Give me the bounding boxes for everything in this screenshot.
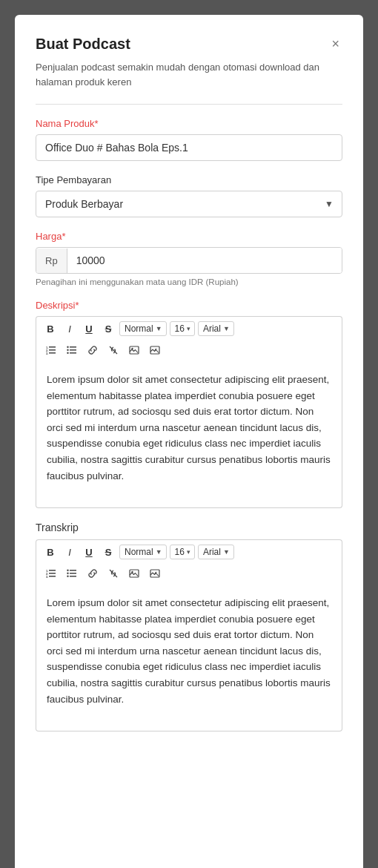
image2-icon xyxy=(150,568,160,579)
payment-type-select[interactable]: Produk Berbayar Gratis Pay What You Want xyxy=(36,191,342,217)
modal-header: Buat Podcast × xyxy=(36,36,342,53)
svg-rect-18 xyxy=(49,573,56,574)
transcript-strikethrough-button[interactable]: S xyxy=(100,545,116,559)
transcript-font-size-dropdown[interactable]: 16 ▾ xyxy=(170,545,195,559)
svg-point-27 xyxy=(67,573,68,574)
transcript-unlink-button[interactable] xyxy=(105,567,122,580)
transcript-field: Transkrip B I U S Normal ▼ 16 ▾ Arial ▼ xyxy=(36,522,342,731)
svg-point-11 xyxy=(67,352,68,354)
unordered-list-button[interactable] xyxy=(63,343,81,357)
chevron-down-icon: ▼ xyxy=(223,325,230,332)
underline-button[interactable]: U xyxy=(81,322,97,336)
italic-button[interactable]: I xyxy=(62,322,78,336)
transcript-ordered-list-button[interactable]: 1. 2. 3. xyxy=(42,567,60,580)
transcript-underline-button[interactable]: U xyxy=(81,545,97,559)
divider xyxy=(36,104,342,105)
strikethrough-button[interactable]: S xyxy=(100,322,116,336)
transcript-unordered-list-button[interactable] xyxy=(63,567,81,580)
chevron-down-icon: ▾ xyxy=(187,325,190,332)
modal-container: Buat Podcast × Penjualan podcast semakin… xyxy=(15,15,363,868)
svg-rect-24 xyxy=(70,573,76,574)
svg-rect-1 xyxy=(49,349,56,351)
svg-rect-6 xyxy=(70,346,76,348)
transcript-image2-button[interactable] xyxy=(146,567,164,580)
svg-text:3.: 3. xyxy=(46,352,48,355)
transcript-italic-button[interactable]: I xyxy=(62,545,78,559)
svg-rect-17 xyxy=(49,570,56,571)
unlink-button[interactable] xyxy=(105,343,122,357)
description-label: Deskripsi* xyxy=(36,300,342,311)
chevron-down-icon: ▾ xyxy=(187,548,190,556)
transcript-editor[interactable]: Lorem ipsum dolor sit amet consectetur a… xyxy=(36,583,342,731)
svg-rect-8 xyxy=(70,352,76,354)
image2-button[interactable] xyxy=(146,343,164,357)
product-name-field: Nama Produk* xyxy=(36,118,342,161)
transcript-toolbar-row2: 1. 2. 3. xyxy=(36,564,342,583)
price-input[interactable] xyxy=(67,248,342,273)
link-button[interactable] xyxy=(84,343,102,357)
product-name-label: Nama Produk* xyxy=(36,118,342,129)
chevron-down-icon: ▼ xyxy=(156,325,162,332)
transcript-bold-button[interactable]: B xyxy=(42,545,59,559)
unlink-icon xyxy=(108,345,119,355)
link-icon xyxy=(87,568,98,579)
modal-subtitle: Penjualan podcast semakin mudah dengan o… xyxy=(36,60,342,89)
description-toolbar-row2: 1. 2. 3. xyxy=(36,341,342,360)
ordered-list-icon: 1. 2. 3. xyxy=(46,345,56,355)
link-icon xyxy=(87,345,98,355)
unlink-icon xyxy=(108,568,119,579)
payment-type-field: Tipe Pembayaran Produk Berbayar Gratis P… xyxy=(36,174,342,217)
product-name-input[interactable] xyxy=(36,134,342,161)
svg-rect-23 xyxy=(70,570,76,571)
transcript-link-button[interactable] xyxy=(84,567,102,580)
svg-rect-7 xyxy=(70,349,76,351)
transcript-paragraph-style-dropdown[interactable]: Normal ▼ xyxy=(119,545,167,559)
description-field: Deskripsi* B I U S Normal ▼ 16 ▾ Arial ▼ xyxy=(36,300,342,508)
price-note: Penagihan ini menggunakan mata uang IDR … xyxy=(36,277,342,286)
bold-button[interactable]: B xyxy=(42,322,59,336)
description-toolbar-row1: B I U S Normal ▼ 16 ▾ Arial ▼ xyxy=(36,316,342,341)
price-wrapper: Rp xyxy=(36,247,342,274)
payment-type-label: Tipe Pembayaran xyxy=(36,174,342,185)
svg-point-28 xyxy=(67,576,68,577)
description-editor[interactable]: Lorem ipsum dolor sit amet consectetur a… xyxy=(36,360,342,508)
chevron-down-icon: ▼ xyxy=(223,548,230,556)
close-button[interactable]: × xyxy=(328,36,342,52)
unordered-list-icon xyxy=(67,568,77,579)
svg-rect-0 xyxy=(49,346,56,348)
image-icon xyxy=(129,345,139,355)
transcript-label: Transkrip xyxy=(36,522,342,533)
modal-title: Buat Podcast xyxy=(36,36,130,53)
transcript-toolbar-row1: B I U S Normal ▼ 16 ▾ Arial ▼ xyxy=(36,539,342,564)
svg-text:3.: 3. xyxy=(46,575,48,579)
paragraph-style-dropdown[interactable]: Normal ▼ xyxy=(119,321,167,336)
price-label: Harga* xyxy=(36,231,342,242)
svg-rect-25 xyxy=(70,576,76,577)
ordered-list-icon: 1. 2. 3. xyxy=(46,568,56,579)
image-button[interactable] xyxy=(125,343,143,357)
svg-point-26 xyxy=(67,570,68,571)
svg-point-10 xyxy=(67,349,68,351)
font-family-dropdown[interactable]: Arial ▼ xyxy=(198,321,234,336)
font-size-dropdown[interactable]: 16 ▾ xyxy=(170,321,195,336)
price-prefix: Rp xyxy=(36,249,67,273)
transcript-image-button[interactable] xyxy=(125,567,143,580)
chevron-down-icon: ▼ xyxy=(156,548,162,556)
svg-point-9 xyxy=(67,346,68,348)
payment-type-wrapper: Produk Berbayar Gratis Pay What You Want… xyxy=(36,191,342,217)
svg-rect-19 xyxy=(49,576,56,577)
unordered-list-icon xyxy=(67,345,77,355)
price-field: Harga* Rp Penagihan ini menggunakan mata… xyxy=(36,231,342,286)
ordered-list-button[interactable]: 1. 2. 3. xyxy=(42,343,60,357)
image-icon xyxy=(129,568,139,579)
svg-rect-2 xyxy=(49,352,56,354)
image2-icon xyxy=(150,345,160,355)
transcript-font-family-dropdown[interactable]: Arial ▼ xyxy=(198,545,234,559)
